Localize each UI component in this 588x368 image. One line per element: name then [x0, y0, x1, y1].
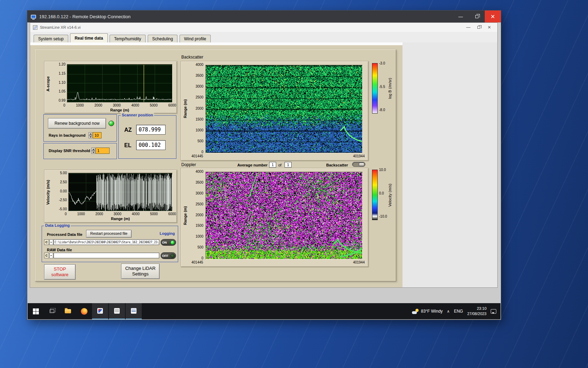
rdp-restore-button[interactable]: [469, 11, 485, 22]
labview-app-icon: [97, 308, 103, 314]
snr-threshold-group: Display SNR threshold 1: [43, 143, 117, 159]
rdp-minimize-button[interactable]: —: [453, 11, 469, 22]
hidden-icons-chevron[interactable]: ∧: [447, 309, 450, 314]
velocity-x-ticks: 0100020003000400050006000: [65, 212, 176, 216]
tab-wind-profile[interactable]: Wind profile: [180, 35, 211, 43]
backscatter-x-ticks: 401445 401944: [191, 154, 365, 158]
raw-path-input[interactable]: [54, 253, 159, 258]
weather-widget[interactable]: 83°F Windy: [412, 309, 443, 314]
doppler-x-left: 401445: [191, 260, 203, 264]
tick-label: 4000: [196, 170, 203, 173]
language-indicator[interactable]: ENG: [454, 309, 463, 314]
backscatter-plot-area: [205, 65, 363, 153]
app-minimize-button[interactable]: —: [463, 23, 474, 32]
renew-background-button[interactable]: Renew background now: [48, 118, 106, 129]
backscatter-toggle-label: Backscatter: [326, 163, 348, 167]
task-view-button[interactable]: [44, 303, 60, 319]
doppler-title: Doppler: [181, 162, 196, 167]
logging-label: Logging: [160, 231, 175, 236]
main-panel: A-scope 1.201.151.101.050.99 01000200030…: [35, 49, 396, 281]
processed-browse-button[interactable]: ▸: [49, 239, 53, 245]
app-restore-button[interactable]: [474, 23, 484, 32]
rays-in-background-spinner[interactable]: [89, 132, 92, 138]
tick-label: 500: [197, 139, 203, 143]
tick-label: 500: [197, 245, 203, 249]
restart-processed-file-button[interactable]: Restart processed file: [86, 230, 132, 238]
velocity-x-axis-label: Range (m): [68, 217, 173, 221]
raw-data-file-label: RAW Data file: [47, 248, 72, 252]
tick-label: -10.0: [379, 214, 387, 218]
app-close-button[interactable]: ✕: [484, 23, 495, 32]
tab-content: A-scope 1.201.151.101.050.99 01000200030…: [30, 42, 497, 287]
tick-label: 6000: [168, 103, 176, 107]
tick-label: 2500: [196, 95, 203, 99]
start-button[interactable]: [28, 303, 44, 319]
notification-icon[interactable]: [491, 309, 496, 314]
backscatter-y-axis-label: Range (m): [183, 96, 187, 121]
average-of-value[interactable]: 1: [285, 162, 292, 168]
toggle-off-label: OFF: [162, 254, 168, 258]
logging-on-toggle[interactable]: ON: [161, 239, 176, 246]
rdp-titlebar[interactable]: 192.168.0.122 - Remote Desktop Connectio…: [27, 11, 501, 22]
logging-off-toggle[interactable]: OFF: [161, 252, 176, 259]
tick-label: 2.50: [60, 180, 67, 184]
tab-scheduling[interactable]: Scheduling: [148, 35, 177, 43]
firefox-button[interactable]: [76, 303, 92, 319]
ascope-plot-canvas: [67, 64, 172, 102]
stop-line1: STOP: [54, 266, 66, 272]
tick-label: 1.15: [59, 71, 65, 75]
snr-threshold-spinner[interactable]: [91, 148, 95, 154]
front-panel: A-scope 1.201.151.101.050.99 01000200030…: [30, 45, 402, 287]
clock[interactable]: 23:10 27/08/2023: [467, 306, 486, 316]
snr-threshold-value[interactable]: 1: [96, 148, 110, 154]
tab-real-time-data[interactable]: Real time data: [70, 33, 107, 42]
backscatter-colorbar: [372, 63, 378, 114]
tick-label: 0: [65, 212, 67, 216]
restore-icon: [477, 26, 480, 29]
tab-temp-humidity[interactable]: Temp/humidity: [110, 35, 146, 43]
scan-scheduler-taskbar-button[interactable]: [109, 303, 125, 319]
ascope-y-ticks: 1.201.151.101.050.99: [53, 62, 65, 102]
tick-label: 1000: [77, 212, 85, 216]
scheduler-app-icon: [114, 308, 120, 314]
app-titlebar[interactable]: StreamLine XR v14-6.vi — ✕: [30, 23, 497, 32]
processed-drive-box[interactable]: C: [44, 239, 49, 245]
folder-icon: [65, 309, 71, 313]
rays-in-background-value[interactable]: 10: [93, 132, 102, 138]
window-app-icon: [131, 308, 136, 314]
az-label: AZ: [124, 127, 132, 133]
backscatter-colorbar-ticks: -3.0-5.5-8.0: [379, 61, 385, 112]
tab-system-setup[interactable]: System setup: [34, 35, 68, 43]
task-view-icon: [50, 309, 54, 313]
tick-label: 1000: [76, 103, 84, 107]
window-taskbar-button[interactable]: [126, 303, 142, 319]
file-explorer-button[interactable]: [60, 303, 76, 319]
change-lidar-settings-button[interactable]: Change LiDAR Settings: [121, 264, 160, 279]
doppler-y-ticks: 40003500300025002000150010005000: [189, 170, 203, 260]
scanner-position-title: Scanner position: [121, 113, 154, 117]
tick-label: 1.05: [59, 89, 65, 93]
windows-logo-icon: [33, 308, 39, 314]
ascope-x-ticks: 0100020003000400050006000: [63, 103, 176, 107]
doppler-canvas: [206, 172, 362, 259]
background-controls-group: Renew background now Rays in background …: [43, 114, 117, 142]
rdp-close-button[interactable]: ✕: [485, 11, 501, 22]
streamline-taskbar-button[interactable]: [92, 303, 108, 319]
app-window: StreamLine XR v14-6.vi — ✕ System setup …: [30, 22, 498, 288]
backscatter-toggle[interactable]: [352, 162, 365, 167]
processed-path-input[interactable]: C:\Lidar\Data\Proc\2023\202308\20230827\…: [54, 239, 159, 245]
stop-software-button[interactable]: STOP software: [44, 264, 76, 280]
raw-browse-button[interactable]: ▸: [49, 253, 53, 258]
ascope-x-axis-label: Range (m): [67, 108, 173, 112]
tick-label: 3000: [196, 84, 203, 88]
raw-drive-box[interactable]: C: [44, 253, 49, 258]
tick-label: 0: [63, 103, 65, 107]
tick-label: 4000: [132, 212, 140, 216]
backscatter-x-right: 401944: [353, 154, 365, 158]
average-number-value[interactable]: 1: [269, 162, 276, 168]
tick-label: 3000: [113, 103, 121, 107]
rdp-window: 192.168.0.122 - Remote Desktop Connectio…: [27, 11, 501, 320]
tick-label: 3500: [196, 74, 203, 77]
desktop: 192.168.0.122 - Remote Desktop Connectio…: [0, 0, 588, 368]
el-label: EL: [124, 142, 131, 149]
